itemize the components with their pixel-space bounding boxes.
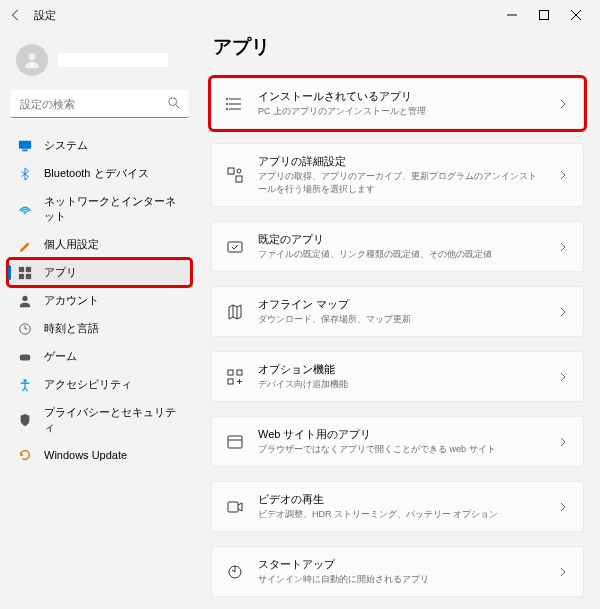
avatar bbox=[16, 44, 48, 76]
sidebar-item-personalization[interactable]: 個人用設定 bbox=[8, 231, 191, 258]
chevron-right-icon bbox=[557, 306, 569, 318]
card-subtitle: アプリの取得、アプリのアーカイブ、更新プログラムのアンインストールを行う場所を選… bbox=[258, 170, 543, 196]
sidebar-item-time-language[interactable]: 時刻と言語 bbox=[8, 315, 191, 342]
svg-point-28 bbox=[237, 169, 241, 173]
card-title: ビデオの再生 bbox=[258, 492, 543, 507]
card-subtitle: ファイルの既定値、リンク種類の既定値、その他の既定値 bbox=[258, 248, 543, 261]
chevron-right-icon bbox=[557, 501, 569, 513]
back-button[interactable] bbox=[8, 7, 24, 23]
sidebar-item-privacy[interactable]: プライバシーとセキュリティ bbox=[8, 399, 191, 441]
svg-line-6 bbox=[176, 105, 180, 109]
card-title: オフライン マップ bbox=[258, 297, 543, 312]
map-icon bbox=[226, 303, 244, 321]
sidebar-item-system[interactable]: システム bbox=[8, 132, 191, 159]
nav: システム Bluetooth とデバイス ネットワークとインターネット 個人用設… bbox=[8, 132, 191, 468]
svg-rect-11 bbox=[26, 266, 31, 271]
card-advanced-app-settings[interactable]: アプリの詳細設定 アプリの取得、アプリのアーカイブ、更新プログラムのアンインスト… bbox=[211, 143, 584, 207]
time-icon bbox=[18, 322, 32, 336]
sidebar-item-label: アカウント bbox=[44, 293, 99, 308]
search-input[interactable] bbox=[10, 90, 189, 118]
chevron-right-icon bbox=[557, 98, 569, 110]
svg-point-23 bbox=[226, 98, 228, 100]
accounts-icon bbox=[18, 294, 32, 308]
sidebar-item-label: アプリ bbox=[44, 265, 77, 280]
svg-rect-12 bbox=[19, 273, 24, 278]
card-subtitle: デバイス向け追加機能 bbox=[258, 378, 543, 391]
card-subtitle: サインイン時に自動的に開始されるアプリ bbox=[258, 573, 543, 586]
sidebar-item-label: 時刻と言語 bbox=[44, 321, 99, 336]
svg-rect-29 bbox=[228, 242, 242, 252]
sidebar-item-accounts[interactable]: アカウント bbox=[8, 287, 191, 314]
titlebar: 設定 bbox=[0, 0, 600, 30]
card-title: スタートアップ bbox=[258, 557, 543, 572]
card-startup[interactable]: スタートアップ サインイン時に自動的に開始されるアプリ bbox=[211, 546, 584, 597]
website-icon bbox=[226, 433, 244, 451]
system-icon bbox=[18, 139, 32, 153]
sidebar-item-network[interactable]: ネットワークとインターネット bbox=[8, 188, 191, 230]
sidebar-item-windows-update[interactable]: Windows Update bbox=[8, 442, 191, 468]
video-icon bbox=[226, 498, 244, 516]
svg-point-19 bbox=[23, 378, 27, 382]
sidebar-item-gaming[interactable]: ゲーム bbox=[8, 343, 191, 370]
card-subtitle: ダウンロード、保存場所、マップ更新 bbox=[258, 313, 543, 326]
svg-rect-26 bbox=[228, 168, 234, 174]
accessibility-icon bbox=[18, 378, 32, 392]
chevron-right-icon bbox=[557, 371, 569, 383]
window-title: 設定 bbox=[34, 8, 56, 23]
sidebar-item-label: 個人用設定 bbox=[44, 237, 99, 252]
svg-point-14 bbox=[22, 295, 27, 300]
gaming-icon bbox=[18, 350, 32, 364]
card-title: インストールされているアプリ bbox=[258, 89, 543, 104]
card-title: オプション機能 bbox=[258, 362, 543, 377]
svg-rect-34 bbox=[228, 379, 233, 384]
sidebar-item-label: システム bbox=[44, 138, 88, 153]
svg-rect-10 bbox=[19, 266, 24, 271]
sidebar-item-accessibility[interactable]: アクセシビリティ bbox=[8, 371, 191, 398]
card-title: Web サイト用のアプリ bbox=[258, 427, 543, 442]
chevron-right-icon bbox=[557, 566, 569, 578]
card-title: 既定のアプリ bbox=[258, 232, 543, 247]
svg-rect-13 bbox=[26, 273, 31, 278]
sidebar-item-bluetooth[interactable]: Bluetooth とデバイス bbox=[8, 160, 191, 187]
user-profile[interactable] bbox=[8, 38, 191, 90]
startup-icon bbox=[226, 563, 244, 581]
card-default-apps[interactable]: 既定のアプリ ファイルの既定値、リンク種類の既定値、その他の既定値 bbox=[211, 221, 584, 272]
advanced-icon bbox=[226, 166, 244, 184]
sidebar-item-label: Bluetooth とデバイス bbox=[44, 166, 149, 181]
card-title: アプリの詳細設定 bbox=[258, 154, 543, 169]
sidebar-item-apps[interactable]: アプリ bbox=[8, 259, 191, 286]
apps-icon bbox=[18, 266, 32, 280]
user-name bbox=[58, 53, 168, 67]
svg-point-25 bbox=[226, 108, 228, 110]
network-icon bbox=[18, 202, 32, 216]
svg-point-5 bbox=[169, 98, 177, 106]
minimize-button[interactable] bbox=[496, 0, 528, 30]
svg-rect-8 bbox=[22, 149, 27, 151]
card-subtitle: ビデオ調整、HDR ストリーミング、バッテリー オプション bbox=[258, 508, 543, 521]
card-installed-apps[interactable]: インストールされているアプリ PC 上のアプリのアンインストールと管理 bbox=[211, 78, 584, 129]
privacy-icon bbox=[18, 413, 32, 427]
sidebar-item-label: プライバシーとセキュリティ bbox=[44, 405, 181, 435]
card-offline-maps[interactable]: オフライン マップ ダウンロード、保存場所、マップ更新 bbox=[211, 286, 584, 337]
card-video-playback[interactable]: ビデオの再生 ビデオ調整、HDR ストリーミング、バッテリー オプション bbox=[211, 481, 584, 532]
sidebar-item-label: Windows Update bbox=[44, 449, 127, 461]
maximize-button[interactable] bbox=[528, 0, 560, 30]
default-icon bbox=[226, 238, 244, 256]
content: アプリ インストールされているアプリ PC 上のアプリのアンインストールと管理 … bbox=[195, 30, 600, 609]
svg-rect-37 bbox=[228, 436, 242, 448]
svg-rect-1 bbox=[540, 11, 549, 20]
bluetooth-icon bbox=[18, 167, 32, 181]
svg-rect-32 bbox=[228, 370, 233, 375]
chevron-right-icon bbox=[557, 436, 569, 448]
sidebar-item-label: ネットワークとインターネット bbox=[44, 194, 181, 224]
chevron-right-icon bbox=[557, 241, 569, 253]
card-optional-features[interactable]: オプション機能 デバイス向け追加機能 bbox=[211, 351, 584, 402]
chevron-right-icon bbox=[557, 169, 569, 181]
svg-rect-27 bbox=[236, 176, 242, 182]
update-icon bbox=[18, 448, 32, 462]
close-button[interactable] bbox=[560, 0, 592, 30]
list-icon bbox=[226, 95, 244, 113]
page-title: アプリ bbox=[211, 34, 584, 60]
sidebar-item-label: アクセシビリティ bbox=[44, 377, 132, 392]
card-apps-for-websites[interactable]: Web サイト用のアプリ ブラウザーではなくアプリで開くことができる web サ… bbox=[211, 416, 584, 467]
